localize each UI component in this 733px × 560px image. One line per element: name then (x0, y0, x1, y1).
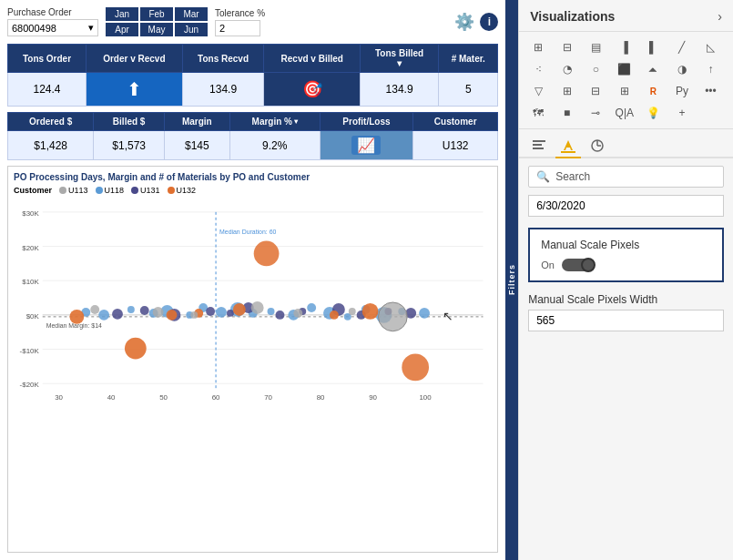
month-mar-button[interactable]: Mar (175, 7, 208, 21)
viz-icon-funnel[interactable]: ⏶ (641, 59, 665, 79)
viz-icon-matrix[interactable]: ⊟ (555, 37, 579, 57)
toggle-label: On (541, 260, 555, 270)
search-icon: 🔍 (536, 170, 550, 183)
viz-icon-qa[interactable]: Q|A (613, 103, 636, 123)
toggle-switch[interactable] (562, 259, 595, 271)
info-icon[interactable]: i (480, 13, 498, 31)
search-box[interactable]: 🔍 Search (528, 166, 724, 188)
col-tons-order: Tons Order (8, 45, 87, 73)
svg-point-26 (127, 306, 135, 313)
svg-point-68 (293, 309, 302, 318)
viz-icon-donut[interactable]: ○ (584, 59, 607, 79)
viz-icon-column[interactable]: ▌ (641, 37, 665, 57)
viz-icon-bar[interactable]: ▐ (613, 37, 636, 57)
svg-point-65 (153, 307, 164, 318)
filters-bar[interactable]: Filters (505, 0, 518, 560)
viz-icon-smart[interactable]: 💡 (641, 103, 665, 123)
viz-icon-table[interactable]: ⊞ (526, 37, 550, 57)
svg-text:60: 60 (212, 393, 220, 402)
svg-text:90: 90 (369, 393, 377, 402)
tab-format[interactable] (555, 135, 581, 158)
viz-tabs (519, 129, 733, 158)
purchase-order-select[interactable]: 68000498 ▾ (7, 19, 98, 36)
viz-icon-filled-map[interactable]: 🗺 (526, 103, 550, 123)
filter-icon[interactable]: ⚙️ (454, 12, 474, 32)
svg-text:$0K: $0K (26, 312, 40, 321)
cell-tons-order: 124.4 (8, 73, 87, 107)
dropdown-arrow-icon: ▾ (88, 22, 94, 34)
svg-point-59 (233, 303, 246, 316)
viz-icon-pie[interactable]: ◔ (555, 59, 579, 79)
viz-icon-slicer[interactable]: ▽ (526, 81, 550, 101)
viz-icon-line[interactable]: ╱ (670, 37, 694, 57)
svg-point-36 (307, 303, 316, 312)
table1: Tons Order Order v Recvd Tons Recvd Recv… (7, 44, 498, 107)
col-num-mater: # Mater. (439, 45, 498, 73)
viz-icon-map[interactable]: ⊞ (555, 81, 579, 101)
legend-dot-u132 (168, 187, 175, 194)
month-may-button[interactable]: May (140, 23, 173, 36)
purchase-order-value: 68000498 (12, 23, 56, 34)
svg-point-46 (206, 307, 215, 316)
month-feb-button[interactable]: Feb (140, 7, 173, 21)
svg-point-61 (330, 311, 339, 320)
viz-chevron-icon[interactable]: › (718, 9, 722, 24)
viz-icon-waterfall[interactable]: ⊟ (584, 81, 607, 101)
manual-scale-title: Manual Scale Pixels (541, 239, 711, 251)
col-margin-pct: Margin %▾ (229, 113, 320, 131)
tab-fields[interactable] (526, 135, 552, 157)
viz-icon-r[interactable]: R (641, 81, 665, 101)
margin-pct-sort: Margin %▾ (252, 117, 298, 127)
svg-text:100: 100 (419, 393, 432, 402)
svg-rect-76 (561, 151, 575, 153)
month-jun-button[interactable]: Jun (175, 23, 208, 36)
cell-margin: $145 (165, 131, 230, 160)
tolerance-label: Tolerance % (215, 8, 265, 18)
legend-u132: U132 (168, 186, 197, 195)
date-field[interactable]: 6/30/2020 (528, 195, 724, 217)
svg-text:$20K: $20K (22, 244, 39, 252)
svg-point-67 (251, 301, 264, 314)
legend-label-u132: U132 (177, 186, 197, 195)
month-jan-button[interactable]: Jan (106, 7, 138, 21)
search-section: 🔍 Search (519, 158, 733, 195)
svg-point-69 (349, 308, 356, 315)
svg-text:↖: ↖ (443, 309, 453, 323)
tolerance-input[interactable] (215, 20, 260, 36)
month-grid: Jan Feb Mar Apr May Jun (106, 7, 208, 36)
viz-icon-decomp[interactable]: ⊸ (584, 103, 607, 123)
col-order-v-recvd: Order v Recvd (86, 45, 182, 73)
cell-profit-loss: 📈 (320, 131, 412, 160)
viz-icon-custom[interactable]: + (670, 103, 694, 123)
viz-icon-treemap[interactable]: ⬛ (613, 59, 636, 79)
legend-label-u118: U118 (105, 186, 125, 195)
viz-icon-more[interactable]: ••• (698, 81, 722, 101)
viz-icon-gauge[interactable]: ◑ (670, 59, 694, 79)
analytics-icon (590, 138, 605, 153)
viz-icon-shape[interactable]: ■ (555, 103, 579, 123)
viz-icon-ribbon[interactable]: ⊞ (613, 81, 636, 101)
viz-icon-py[interactable]: Py (670, 81, 694, 101)
format-icon (561, 138, 575, 153)
svg-point-56 (125, 338, 147, 360)
cell-tons-recvd: 134.9 (182, 73, 264, 107)
tab-analytics[interactable] (585, 135, 610, 157)
viz-icon-area[interactable]: ◺ (698, 37, 722, 57)
viz-icon-scatter[interactable]: ⁖ (526, 59, 550, 79)
svg-point-57 (167, 310, 178, 321)
viz-icons-grid: ⊞ ⊟ ▤ ▐ ▌ ╱ ◺ ⁖ ◔ ○ ⬛ ⏶ ◑ ↑ ▽ ⊞ ⊟ ⊞ R Py… (519, 32, 733, 129)
svg-point-44 (140, 306, 149, 315)
svg-text:$10K: $10K (22, 278, 39, 286)
chart-title: PO Processing Days, Margin and # of Mate… (14, 172, 492, 182)
svg-point-66 (190, 311, 198, 319)
svg-text:80: 80 (317, 393, 325, 402)
cell-tons-billed: 134.9 (361, 73, 439, 107)
viz-icon-kpi[interactable]: ↑ (698, 59, 722, 79)
svg-point-63 (402, 354, 429, 382)
viz-icon-card[interactable]: ▤ (584, 37, 607, 57)
width-input[interactable] (528, 310, 724, 331)
month-apr-button[interactable]: Apr (106, 23, 138, 36)
cell-num-mater: 5 (439, 73, 498, 107)
svg-point-55 (69, 310, 84, 324)
col-billed: Billed $ (94, 113, 165, 131)
